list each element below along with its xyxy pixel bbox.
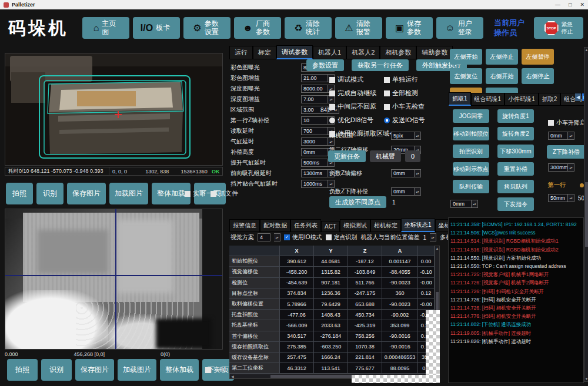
toolbar-button[interactable]: ☻ 厂商 参数 xyxy=(234,17,281,39)
table-row[interactable]: 目标点坐标 374.834 1236.36 -247.175 360 0.12 xyxy=(229,288,435,299)
spinner-arrows-icon[interactable]: ▴▾ xyxy=(568,163,574,172)
motion-button[interactable]: 下发指令 xyxy=(497,197,534,211)
robot-offset-value[interactable]: 1 xyxy=(423,234,427,241)
param-value-input[interactable]: 8000.00 xyxy=(301,85,328,93)
bottom-tab[interactable]: 相机标定 xyxy=(370,219,401,232)
spinner-arrows-icon[interactable]: ▴▾ xyxy=(274,233,280,241)
option-checkbox[interactable]: 全部检测 xyxy=(384,89,425,98)
fixed-point-checkbox[interactable]: 定点识别 xyxy=(326,233,358,241)
middle-tab[interactable]: 机器人1 xyxy=(313,46,346,59)
window-right-scrollbar[interactable]: ▲ ▼ xyxy=(584,47,588,382)
camera-action-button[interactable]: 拍照 xyxy=(6,183,33,204)
maximize-button[interactable]: □ xyxy=(569,2,572,8)
middle-action-button[interactable]: 获取另一行任务 xyxy=(352,59,409,71)
motion-button[interactable]: JOG回零 xyxy=(453,109,489,123)
camera-action-button[interactable]: 识别 xyxy=(36,183,64,204)
depth-action-button[interactable]: 拍照 xyxy=(7,359,38,381)
param-value-input[interactable]: 3000 xyxy=(301,137,328,146)
spinner-arrows-icon[interactable]: ▴▾ xyxy=(415,169,421,177)
spinner-arrows-icon[interactable]: ▴▾ xyxy=(430,233,436,241)
param-value-input[interactable]: 1000ms xyxy=(301,180,328,188)
depth-action-button[interactable]: 整体加载 xyxy=(160,359,199,381)
camera-action-button[interactable]: 加载图片 xyxy=(109,183,148,204)
spinner-value[interactable]: 0mm xyxy=(548,132,568,140)
middle-tab[interactable]: 调试参数 xyxy=(276,45,313,59)
motion-button[interactable]: 旋转角度1 xyxy=(497,109,534,123)
spinner-arrows-icon[interactable]: ▴▾ xyxy=(568,132,574,140)
minimize-button[interactable]: — xyxy=(555,2,560,8)
bottom-tab[interactable]: 任务列表 xyxy=(290,219,321,232)
right-tab[interactable]: 小件码垛1 xyxy=(505,93,539,106)
tabs-scroll-left-icon[interactable]: ◀ xyxy=(575,93,581,101)
field-value-input[interactable]: 0mm xyxy=(391,169,415,177)
depth-action-button[interactable]: 保存图片 xyxy=(75,359,114,381)
side-control-button[interactable]: 左侧复位 xyxy=(450,68,482,84)
param-value-input[interactable]: 0mm xyxy=(301,148,328,156)
motion-button[interactable]: 移动到示教点 xyxy=(453,162,489,176)
table-row[interactable]: 托盘基坐标 -566.009 2033.63 -425.319 353.099 … xyxy=(229,320,435,331)
param-value-input[interactable]: 21.00 xyxy=(301,74,328,82)
param-value-input[interactable]: 10 xyxy=(301,116,328,125)
motion-button[interactable]: 队列传输 xyxy=(453,180,489,193)
bottom-tab[interactable]: ACT xyxy=(321,221,340,232)
camera-action-button[interactable]: 保存图片 xyxy=(67,183,106,204)
middle-action-button[interactable]: 参数设置 xyxy=(306,59,344,71)
table-row[interactable]: 初始拍照位 390.612 44.0581 -187.12 0.001147 0… xyxy=(229,256,435,267)
middle-tab[interactable]: 辅助参数 xyxy=(416,46,453,59)
table-row[interactable]: 首个偏移位 340.517 -276.184 758.256 -90.0016 … xyxy=(229,331,435,342)
side-control-button[interactable]: 左侧暂停 xyxy=(522,49,554,65)
param-value-input[interactable]: 700 xyxy=(301,127,328,135)
table-row[interactable]: 缓存设备基坐标 257.475 1666.24 221.814 0.000486… xyxy=(229,353,435,363)
table-row[interactable]: 缓存拍照抓取位 275.385 -603.250 1070.38 -90.001… xyxy=(229,342,435,353)
table-row[interactable]: 取料偏移位置 5.78966 79.6429 653.688 -90.0023 … xyxy=(229,299,435,310)
spinner-arrows-icon[interactable]: ▴▾ xyxy=(415,132,421,140)
motion-button[interactable]: 重置补偿 xyxy=(497,162,534,176)
toolbar-button[interactable]: ▣ 保存 参数 xyxy=(386,17,433,39)
middle-tab[interactable]: 相机参数 xyxy=(380,46,416,59)
bottom-tab[interactable]: 报警信息 xyxy=(229,219,260,232)
toolbar-button[interactable]: ♻ 清除 统计 xyxy=(285,17,332,39)
emergency-stop-button[interactable]: STOP 紧急 停止 xyxy=(534,17,583,39)
field-value-input[interactable]: 5pix xyxy=(391,132,415,140)
toolbar-button[interactable]: I/O 板卡 xyxy=(133,17,180,39)
z-descent-button[interactable]: Z下降补偿 xyxy=(547,145,586,159)
lift-enable-checkbox[interactable]: 小车升降启用 xyxy=(548,119,588,127)
right-tab[interactable]: 组合码垛1 xyxy=(471,93,505,106)
motion-button[interactable]: 拷贝队列 xyxy=(497,180,534,193)
side-control-button[interactable]: 左侧开始 xyxy=(450,49,482,65)
side-control-button[interactable]: 右侧开始 xyxy=(486,68,518,84)
option-checkbox[interactable]: 单独运行 xyxy=(384,75,425,84)
param-value-input[interactable]: 7.00 xyxy=(301,95,328,103)
use-io-checkbox[interactable]: ✓ 使用IO模式 xyxy=(284,233,322,241)
toolbar-button[interactable]: ⚠ 清除 报警 xyxy=(335,17,382,39)
middle-tab[interactable]: 标定 xyxy=(253,46,276,59)
middle-small-button[interactable]: 更新任务 xyxy=(328,150,366,162)
depth-action-button[interactable]: 加载图片 xyxy=(118,359,156,381)
bottom-tab[interactable]: 配对数据 xyxy=(260,219,290,232)
side-control-button[interactable]: 右侧停止 xyxy=(522,68,554,84)
spinner-value[interactable]: 300mm xyxy=(548,163,568,172)
spinner-value[interactable]: 50mm xyxy=(548,194,568,202)
depth-action-button[interactable]: 识别 xyxy=(41,359,72,381)
param-value-input[interactable]: 500ms xyxy=(301,159,328,167)
middle-small-button[interactable]: 机械臂 xyxy=(370,150,401,162)
toolbar-button[interactable]: ☺ 用户 登录 xyxy=(436,17,483,39)
depth-image[interactable] xyxy=(5,209,223,350)
option-checkbox[interactable]: 小车无检查 xyxy=(384,102,425,111)
bottom-tab[interactable]: 坐标状态1 xyxy=(401,219,435,232)
toolbar-button[interactable]: ⌂ 主页面 xyxy=(82,17,129,39)
table-row[interactable]: 第二工位坐标 46.3312 113.541 775.677 88.0095 0… xyxy=(229,363,435,374)
table-row[interactable]: 托盘拍照位 -477.06 1408.43 450.734 -90.002 -0… xyxy=(229,310,435,320)
right-tab[interactable]: 抓取2 xyxy=(539,93,561,106)
motion-button[interactable]: 拍照识别 xyxy=(453,145,489,158)
table-row[interactable]: 检测位 -454.639 907.181 511.766 -90.0023 -0… xyxy=(229,278,435,288)
camera-checkbox[interactable]: 抓文件 xyxy=(211,189,238,198)
table-row[interactable]: 视觉偏移位 -458.200 1315.82 -103.849 -88.4055… xyxy=(229,267,435,277)
depth-checkbox[interactable]: 实时 xyxy=(205,365,226,374)
motion-button[interactable]: 移动到拍照位 xyxy=(453,127,489,140)
spinner-arrows-icon[interactable]: ▴▾ xyxy=(472,200,478,208)
spinner-value[interactable]: 0mm xyxy=(450,200,472,208)
param-value-input[interactable]: 1300ms xyxy=(301,169,328,177)
field-value-input[interactable]: 0mm xyxy=(391,187,415,196)
camera-image[interactable] xyxy=(5,53,223,166)
